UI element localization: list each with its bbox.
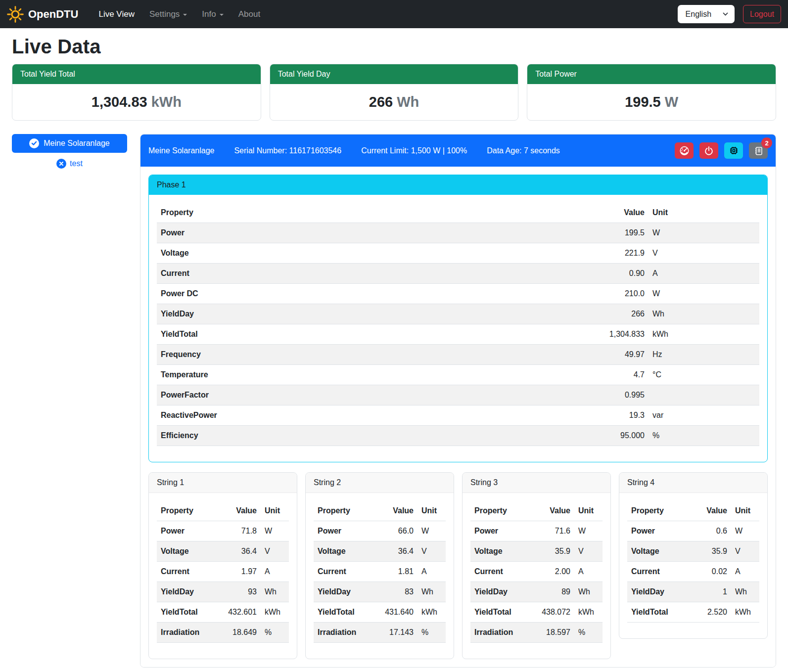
brand-link[interactable]: OpenDTU bbox=[7, 6, 78, 23]
property-header: Property bbox=[157, 501, 215, 521]
property-cell: Power bbox=[157, 521, 215, 541]
property-cell: Power bbox=[627, 521, 686, 541]
phase-table-body: Power199.5WVoltage221.9VCurrent0.90APowe… bbox=[157, 223, 759, 446]
value-cell: 18.597 bbox=[529, 623, 574, 643]
page-title: Live Data bbox=[12, 36, 776, 58]
nav-item-settings[interactable]: Settings bbox=[142, 5, 194, 23]
summary-card-body: 266Wh bbox=[270, 84, 518, 120]
value-cell: 89 bbox=[529, 582, 574, 602]
property-cell: Current bbox=[157, 562, 215, 582]
property-cell: YieldTotal bbox=[157, 324, 584, 345]
summary-card-total-yield-day: Total Yield Day 266Wh bbox=[270, 64, 519, 121]
table-row: YieldDay83Wh bbox=[314, 582, 446, 602]
table-header-row: Property Value Unit bbox=[157, 501, 289, 521]
sun-logo-icon bbox=[7, 6, 24, 23]
unit-cell: W bbox=[731, 521, 759, 541]
inverter-serial: Serial Number: 116171603546 bbox=[234, 145, 341, 157]
chevron-down-icon bbox=[183, 14, 187, 16]
unit-cell: V bbox=[417, 541, 446, 562]
value-cell: 49.97 bbox=[584, 345, 649, 365]
property-header: Property bbox=[157, 203, 584, 223]
value-header: Value bbox=[529, 501, 574, 521]
string-card-title: String 1 bbox=[149, 473, 297, 493]
unit-cell: var bbox=[649, 405, 759, 426]
event-log-button[interactable]: 2 bbox=[749, 142, 768, 159]
value-cell: 4.7 bbox=[584, 365, 649, 385]
logout-button[interactable]: Logout bbox=[743, 5, 781, 23]
unit-cell: V bbox=[261, 541, 289, 562]
power-button[interactable] bbox=[699, 142, 718, 159]
property-cell: Current bbox=[157, 264, 584, 284]
table-row: Power199.5W bbox=[157, 223, 759, 243]
unit-cell: Wh bbox=[417, 582, 446, 602]
value-header: Value bbox=[372, 501, 417, 521]
summary-value: 199.5 bbox=[625, 94, 661, 110]
language-select[interactable]: English bbox=[678, 5, 735, 23]
inverter-limit: Current Limit: 1,500 W | 100% bbox=[361, 145, 467, 157]
value-cell: 66.0 bbox=[372, 521, 417, 541]
speedometer-icon bbox=[679, 145, 690, 156]
inverter-select-button[interactable]: Meine Solaranlage bbox=[12, 134, 127, 153]
nav-item-label: Info bbox=[202, 9, 216, 19]
table-header-row: Property Value Unit bbox=[157, 203, 759, 223]
power-icon bbox=[704, 146, 714, 156]
property-header: Property bbox=[627, 501, 686, 521]
table-row: YieldTotal2.520kWh bbox=[627, 602, 759, 623]
limit-settings-button[interactable] bbox=[675, 142, 694, 159]
unit-cell: Hz bbox=[649, 345, 759, 365]
string-card-2: String 2 Property Value Unit bbox=[305, 472, 454, 659]
table-row: Irradiation17.143% bbox=[314, 623, 446, 643]
value-cell: 221.9 bbox=[584, 243, 649, 264]
value-cell: 1.97 bbox=[215, 562, 261, 582]
nav-item-live-view[interactable]: Live View bbox=[91, 5, 141, 23]
nav-item-label: About bbox=[238, 9, 260, 19]
property-cell: Voltage bbox=[314, 541, 372, 562]
nav-item-about[interactable]: About bbox=[231, 5, 268, 23]
nav-item-info[interactable]: Info bbox=[194, 5, 231, 23]
unit-cell: % bbox=[261, 623, 289, 643]
unit-header: Unit bbox=[261, 501, 289, 521]
property-cell: YieldDay bbox=[157, 304, 584, 324]
unit-cell: kWh bbox=[417, 602, 446, 623]
unit-cell: W bbox=[574, 521, 603, 541]
string-table-body: Power66.0WVoltage36.4VCurrent1.81AYieldD… bbox=[314, 521, 446, 643]
value-cell: 266 bbox=[584, 304, 649, 324]
inverter-data-age: Data Age: 7 seconds bbox=[487, 145, 560, 157]
inverter-name: Meine Solaranlage bbox=[148, 145, 214, 157]
value-cell: 36.4 bbox=[215, 541, 261, 562]
unit-header: Unit bbox=[417, 501, 446, 521]
cpu-icon bbox=[729, 145, 739, 156]
value-cell: 1,304.833 bbox=[584, 324, 649, 345]
table-row: Voltage36.4V bbox=[157, 541, 289, 562]
value-cell: 2.00 bbox=[529, 562, 574, 582]
unit-cell: W bbox=[417, 521, 446, 541]
unit-cell: Wh bbox=[649, 304, 759, 324]
table-row: Current0.02A bbox=[627, 562, 759, 582]
property-cell: YieldDay bbox=[470, 582, 529, 602]
property-header: Property bbox=[470, 501, 529, 521]
table-row: Frequency49.97Hz bbox=[157, 345, 759, 365]
unit-cell: V bbox=[731, 541, 759, 562]
value-cell: 71.6 bbox=[529, 521, 574, 541]
string-card-title: String 4 bbox=[619, 473, 767, 493]
property-cell: PowerFactor bbox=[157, 385, 584, 405]
table-row: Current0.90A bbox=[157, 264, 759, 284]
summary-card-body: 199.5W bbox=[527, 84, 776, 120]
unit-cell: kWh bbox=[649, 324, 759, 345]
nav-item-label: Settings bbox=[149, 9, 180, 19]
string-table: Property Value Unit Power71.6WVoltage35.… bbox=[470, 501, 603, 643]
test-inverter-link[interactable]: test bbox=[12, 159, 127, 169]
property-cell: Irradiation bbox=[314, 623, 372, 643]
value-cell: 0.90 bbox=[584, 264, 649, 284]
unit-cell: V bbox=[574, 541, 603, 562]
phase-table: Property Value Unit Power199.5WVoltage22… bbox=[157, 203, 759, 446]
unit-cell: kWh bbox=[261, 602, 289, 623]
string-card-body: Property Value Unit Power66.0WVoltage36.… bbox=[306, 493, 454, 659]
phase-panel-title: Phase 1 bbox=[149, 175, 767, 195]
summary-value: 1,304.83 bbox=[92, 94, 147, 110]
language-value: English bbox=[686, 10, 711, 19]
property-cell: Current bbox=[314, 562, 372, 582]
table-row: Power66.0W bbox=[314, 521, 446, 541]
property-header: Property bbox=[314, 501, 372, 521]
device-info-button[interactable] bbox=[724, 142, 743, 159]
